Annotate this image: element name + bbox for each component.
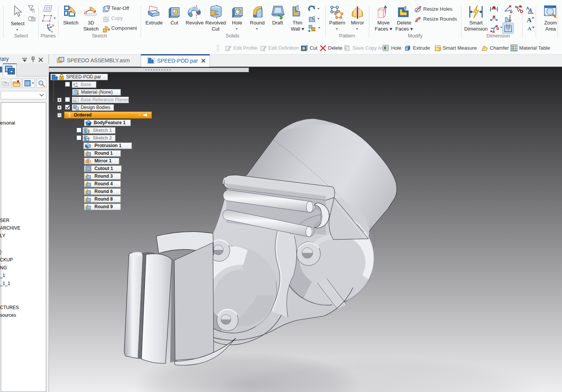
svg-text:z: z — [49, 23, 50, 26]
svg-text:A: A — [527, 16, 532, 24]
svg-text:A: A — [528, 7, 532, 13]
svg-text:A: A — [528, 26, 531, 31]
svg-text:y: y — [52, 24, 54, 27]
svg-text:x: x — [51, 30, 53, 33]
